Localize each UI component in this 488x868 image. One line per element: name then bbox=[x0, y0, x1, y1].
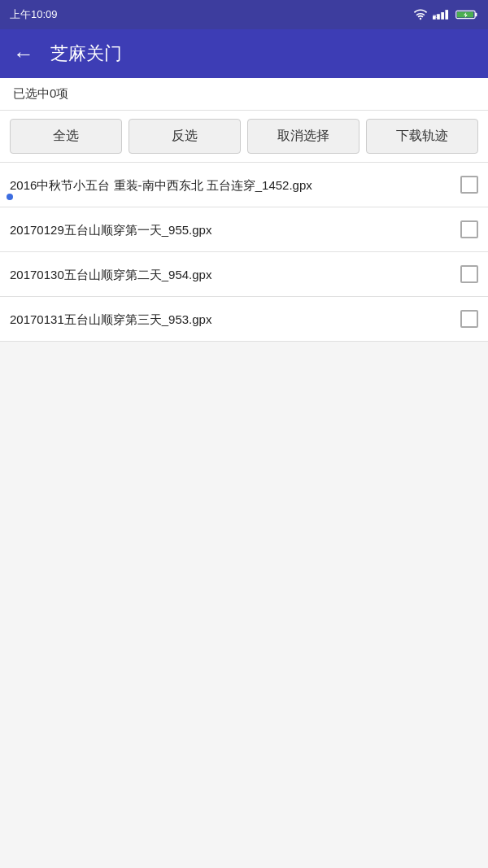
file-checkbox[interactable] bbox=[460, 176, 478, 194]
file-name: 20170131五台山顺穿第三天_953.gpx bbox=[10, 311, 460, 328]
download-track-button[interactable]: 下载轨迹 bbox=[366, 119, 478, 154]
wifi-icon bbox=[413, 9, 428, 20]
signal-icon: 3G bbox=[433, 9, 451, 20]
status-icons: 3G bbox=[413, 9, 478, 20]
svg-text:3G: 3G bbox=[433, 14, 438, 19]
invert-selection-button[interactable]: 反选 bbox=[129, 119, 241, 154]
selection-status: 已选中0项 bbox=[0, 78, 488, 111]
list-item[interactable]: 20170129五台山顺穿第一天_955.gpx bbox=[0, 207, 488, 252]
file-name: 20170130五台山顺穿第二天_954.gpx bbox=[10, 266, 460, 283]
file-name: 20170129五台山顺穿第一天_955.gpx bbox=[10, 221, 460, 238]
back-button[interactable]: ← bbox=[13, 43, 34, 64]
cancel-selection-button[interactable]: 取消选择 bbox=[247, 119, 359, 154]
file-checkbox[interactable] bbox=[460, 310, 478, 328]
app-title: 芝麻关门 bbox=[50, 41, 122, 66]
list-item[interactable]: 20170130五台山顺穿第二天_954.gpx bbox=[0, 252, 488, 297]
file-checkbox[interactable] bbox=[460, 220, 478, 238]
file-name: 2016中秋节小五台 重装-南中西东北 五台连穿_1452.gpx bbox=[10, 177, 460, 194]
svg-rect-6 bbox=[475, 13, 477, 17]
list-item[interactable]: 20170131五台山顺穿第三天_953.gpx bbox=[0, 297, 488, 342]
status-time: 上午10:09 bbox=[10, 7, 58, 22]
file-checkbox[interactable] bbox=[460, 265, 478, 283]
status-bar: 上午10:09 3G bbox=[0, 0, 488, 29]
svg-rect-3 bbox=[445, 10, 448, 20]
battery-icon bbox=[455, 9, 478, 20]
select-all-button[interactable]: 全选 bbox=[10, 119, 122, 154]
list-item[interactable]: 2016中秋节小五台 重装-南中西东北 五台连穿_1452.gpx bbox=[0, 163, 488, 207]
file-list: 2016中秋节小五台 重装-南中西东北 五台连穿_1452.gpx 201701… bbox=[0, 163, 488, 342]
content-area: 已选中0项 全选 反选 取消选择 下载轨迹 2016中秋节小五台 重装-南中西东… bbox=[0, 78, 488, 342]
svg-rect-2 bbox=[441, 12, 444, 20]
action-buttons-row: 全选 反选 取消选择 下载轨迹 bbox=[0, 111, 488, 163]
blue-dot-indicator bbox=[7, 194, 13, 200]
app-bar: ← 芝麻关门 bbox=[0, 29, 488, 78]
